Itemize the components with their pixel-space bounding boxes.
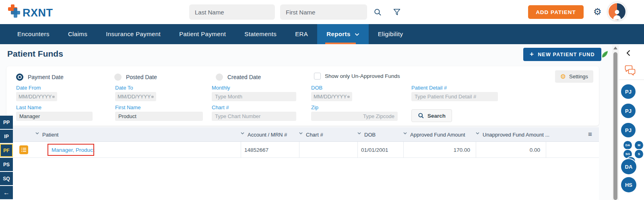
cell-chart [299,142,357,158]
calendar-icon [347,94,350,99]
table-row[interactable]: Manager, Product 14852667 01/01/2001 170… [12,142,599,158]
search-icon [418,112,424,119]
radio-posted-date[interactable]: Posted Date [114,73,157,81]
column-header-dob[interactable]: DOB [357,127,376,142]
sort-chevron-icon[interactable] [403,130,407,136]
first-name-input[interactable] [115,112,203,121]
field-label-zip: Zip [311,104,318,110]
sort-chevron-icon[interactable] [357,130,361,136]
radio-payment-date[interactable]: Payment Date [16,73,64,81]
field-label-last-name: Last Name [16,104,41,110]
patient-funds-table: Patient Account / MRN # Chart # DOB Appr… [12,127,599,200]
top-header: RXNT ADD PATIENT ⚙ [0,0,644,24]
settings-gear-icon: ⚙ [560,73,566,80]
field-label-chart-number: Chart # [212,104,229,110]
page-title: Patient Funds [7,49,63,59]
settings-button[interactable]: ⚙ Settings [555,70,593,83]
nav-item-statements[interactable]: Statements [235,24,286,44]
group-avatar[interactable]: DA [623,141,632,149]
vertical-scrollbar-thumb[interactable] [613,52,617,200]
cell-dob: 01/01/2001 [357,142,403,158]
field-label-patient-detail: Patient Detail # [411,85,447,91]
rxnt-logo-icon [7,4,21,22]
row-detail-icon[interactable] [19,145,28,154]
sort-chevron-icon[interactable] [35,130,39,136]
patient-funds-screen: RXNT ADD PATIENT ⚙ Encounters Claims Ins… [0,0,644,200]
add-patient-button[interactable]: ADD PATIENT [528,5,584,19]
column-header-account-mrn[interactable]: Account / MRN # [241,127,287,142]
side-tab-pf[interactable]: PF [0,144,13,157]
field-label-first-name: First Name [115,104,141,110]
unapproved-funds-checkbox[interactable] [314,73,321,80]
nav-item-era[interactable]: ERA [286,24,317,44]
side-tab-sq[interactable]: SQ [0,172,13,185]
date-to-input[interactable]: MM/DD/YYYY [115,92,156,101]
radio-created-date[interactable]: Created Date [216,73,261,81]
contact-avatar[interactable]: PJ [621,84,636,99]
scroll-up-icon[interactable] [613,47,617,49]
user-avatar[interactable] [608,2,626,21]
radio-selected-icon [16,73,23,81]
calendar-icon [151,94,154,99]
header-last-name-input[interactable] [189,4,275,20]
nav-item-patient-payment[interactable]: Patient Payment [170,24,235,44]
side-tab-pp[interactable]: PP [0,116,13,129]
date-from-input[interactable]: MM/DD/YYYY [16,92,57,101]
back-arrow-icon[interactable]: ← [0,186,13,199]
side-tab-ip[interactable]: IP [0,130,13,143]
last-name-input[interactable] [16,112,93,121]
sort-chevron-icon[interactable] [299,130,303,136]
column-header-approved-amount[interactable]: Approved Fund Amount [403,127,465,142]
nav-item-reports[interactable]: Reports [317,24,368,44]
annotation-highlight [47,144,94,156]
column-header-patient[interactable]: Patient [35,127,58,142]
column-menu-icon[interactable]: ≡ [585,130,595,139]
column-header-chart[interactable]: Chart # [299,127,323,142]
leaf-icon[interactable] [601,51,610,60]
side-tab-ps[interactable]: PS [0,158,13,171]
right-sidebar: PJ PJ PJ DA M SG S TD DA HS [619,44,644,200]
sort-chevron-icon[interactable] [241,130,244,136]
contact-avatar[interactable]: PJ [621,104,636,118]
filter-icon[interactable] [393,8,401,18]
header-first-name-input[interactable] [280,4,367,20]
patient-detail-input[interactable] [411,92,498,101]
table-header-row: Patient Account / MRN # Chart # DOB Appr… [12,127,599,142]
dob-input[interactable]: MM/DD/YYYY [311,92,352,101]
nav-item-claims[interactable]: Claims [59,24,97,44]
chat-icon[interactable] [625,65,636,78]
radio-unselected-icon [114,73,122,81]
radio-unselected-icon [216,73,223,81]
nav-item-encounters[interactable]: Encounters [8,24,59,44]
calendar-icon [52,94,55,99]
collapse-chevron-icon[interactable] [626,50,630,58]
search-button[interactable]: Search [411,109,452,122]
sidebar-divider [619,80,644,80]
rxnt-logo[interactable]: RXNT [7,4,53,22]
nav-item-eligibility[interactable]: Eligibility [369,24,413,44]
cell-approved-amount: 170.00 [403,142,476,158]
monthly-input[interactable] [212,92,296,101]
contact-avatar[interactable]: HS [621,177,636,192]
zip-input[interactable] [311,112,398,121]
contact-avatar[interactable]: DA [621,159,636,174]
group-avatar[interactable]: S [635,150,643,158]
new-patient-fund-button[interactable]: + NEW PATIENT FUND [523,48,601,61]
rxnt-logo-text: RXNT [23,7,53,19]
main-nav: Encounters Claims Insurance Payment Pati… [0,24,644,44]
search-icon[interactable] [374,8,382,18]
nav-item-insurance-payment[interactable]: Insurance Payment [97,24,170,44]
chart-number-input[interactable] [212,112,296,121]
unapproved-funds-checkbox-row[interactable]: Show only Un-Approved Funds [314,73,400,80]
contact-avatar[interactable]: PJ [621,123,636,137]
group-avatar[interactable]: M [635,141,643,149]
field-label-monthly: Monthly [212,85,230,91]
sort-chevron-icon[interactable] [476,130,479,136]
field-label-date-from: Date From [16,85,41,91]
gear-icon[interactable]: ⚙ [593,6,602,18]
column-header-unapproved-amount[interactable]: Unapproved Fund Amount ... [476,127,549,142]
field-label-dob: DOB [311,85,322,91]
person-icon [612,8,622,20]
cell-unapproved-amount: 0.00 [476,142,546,158]
filters-card: Payment Date Posted Date Created Date Sh… [6,66,599,126]
